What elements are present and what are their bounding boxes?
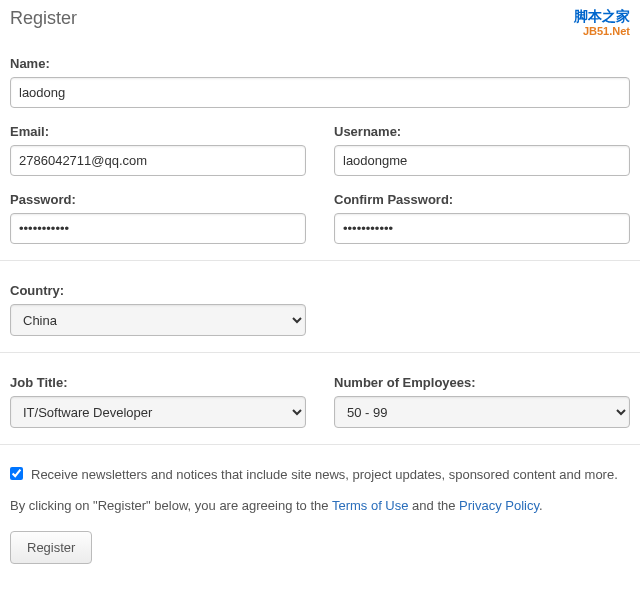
- name-label: Name:: [10, 56, 630, 71]
- watermark: 脚本之家 JB51.Net: [574, 8, 630, 38]
- agreement-suffix: .: [539, 498, 543, 513]
- register-button[interactable]: Register: [10, 531, 92, 564]
- agreement-text: By clicking on "Register" below, you are…: [10, 498, 630, 513]
- page-title: Register: [10, 8, 77, 29]
- header: Register 脚本之家 JB51.Net: [10, 8, 630, 38]
- job-title-select[interactable]: IT/Software Developer: [10, 396, 306, 428]
- register-form: Register 脚本之家 JB51.Net Name: Email: User…: [0, 0, 640, 584]
- email-input[interactable]: [10, 145, 306, 176]
- watermark-latin: JB51.Net: [583, 25, 630, 37]
- password-label: Password:: [10, 192, 306, 207]
- confirm-password-input[interactable]: [334, 213, 630, 244]
- newsletter-checkbox[interactable]: [10, 467, 23, 480]
- name-input[interactable]: [10, 77, 630, 108]
- watermark-cn: 脚本之家: [574, 8, 630, 25]
- country-select[interactable]: China: [10, 304, 306, 336]
- newsletter-text: Receive newsletters and notices that inc…: [31, 467, 618, 482]
- email-label: Email:: [10, 124, 306, 139]
- country-label: Country:: [10, 283, 306, 298]
- agreement-prefix: By clicking on "Register" below, you are…: [10, 498, 332, 513]
- employees-label: Number of Employees:: [334, 375, 630, 390]
- username-label: Username:: [334, 124, 630, 139]
- divider-2: [0, 352, 640, 353]
- employees-select[interactable]: 50 - 99: [334, 396, 630, 428]
- terms-link[interactable]: Terms of Use: [332, 498, 409, 513]
- password-input[interactable]: [10, 213, 306, 244]
- agreement-mid: and the: [408, 498, 459, 513]
- username-input[interactable]: [334, 145, 630, 176]
- privacy-link[interactable]: Privacy Policy: [459, 498, 539, 513]
- divider-3: [0, 444, 640, 445]
- job-title-label: Job Title:: [10, 375, 306, 390]
- divider-1: [0, 260, 640, 261]
- confirm-password-label: Confirm Password:: [334, 192, 630, 207]
